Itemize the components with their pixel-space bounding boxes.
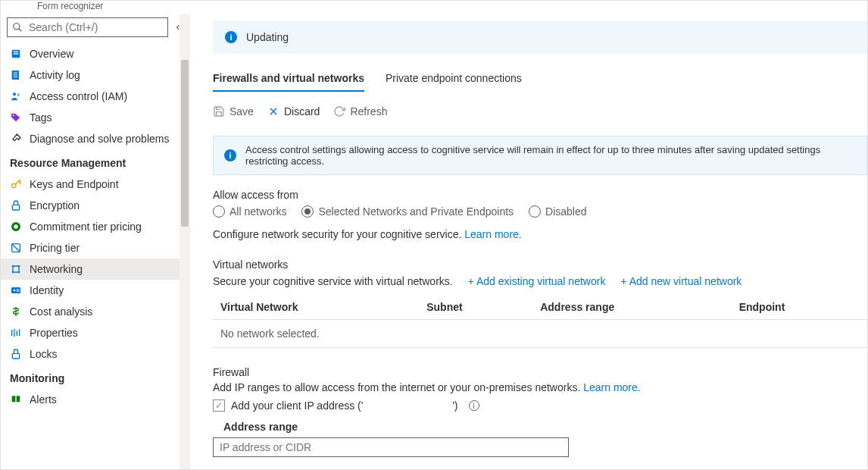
sidebar-item-cost-analysis[interactable]: Cost analysis — [1, 301, 190, 322]
sidebar-item-commitment-tier-pricing[interactable]: Commitment tier pricing — [1, 216, 190, 237]
firewall-subtitle: Add IP ranges to allow access from the i… — [213, 381, 580, 393]
add-client-ip-label: Add your client IP address (' ') — [231, 400, 458, 412]
svg-rect-13 — [12, 205, 19, 210]
tab-firewalls-and-virtual-networks[interactable]: Firewalls and virtual networks — [213, 72, 364, 92]
sidebar-item-label: Locks — [30, 348, 58, 360]
command-bar: Save Discard Refresh — [213, 105, 867, 118]
refresh-label: Refresh — [350, 105, 387, 118]
activitylog-icon — [10, 69, 22, 81]
vnet-col-endpoint: Endpoint — [732, 295, 867, 320]
svg-rect-23 — [17, 290, 20, 290]
firewall-learn-more-link[interactable]: Learn more. — [583, 381, 640, 393]
locks-icon — [10, 348, 22, 360]
keys-icon — [10, 178, 22, 190]
sidebar-item-properties[interactable]: Properties — [1, 322, 190, 343]
properties-icon — [10, 327, 22, 339]
overview-icon — [10, 48, 22, 60]
add-client-ip-checkbox[interactable]: ✓ — [213, 400, 225, 412]
updating-banner: i Updating — [213, 20, 867, 54]
radio-label: Selected Networks and Private Endpoints — [318, 205, 514, 218]
diagnose-icon — [10, 133, 22, 145]
radio-label: Disabled — [545, 205, 586, 218]
discard-button[interactable]: Discard — [267, 105, 320, 118]
save-button[interactable]: Save — [213, 105, 254, 118]
main-content: i Updating Firewalls and virtual network… — [190, 14, 867, 469]
allow-access-label: Allow access from — [213, 189, 867, 201]
sidebar-item-label: Networking — [30, 263, 83, 275]
resource-type-label: Form recognizer — [1, 1, 867, 14]
vnet-col-subnet: Subnet — [419, 295, 532, 320]
cost-icon — [10, 306, 22, 318]
sidebar-item-label: Pricing tier — [30, 242, 80, 254]
save-icon — [213, 105, 225, 118]
close-icon — [267, 105, 279, 118]
info-strip-text: Access control settings allowing access … — [245, 144, 856, 167]
svg-point-0 — [14, 24, 20, 30]
sidebar-item-label: Diagnose and solve problems — [30, 133, 169, 145]
svg-point-10 — [17, 93, 20, 96]
sidebar-item-label: Access control (IAM) — [30, 90, 127, 102]
sidebar-search[interactable] — [7, 17, 168, 37]
allow-access-radios: All networksSelected Networks and Privat… — [213, 205, 867, 218]
pricing-icon — [10, 242, 22, 254]
sidebar-item-overview[interactable]: Overview — [1, 43, 190, 64]
vnet-table: Virtual NetworkSubnetAddress rangeEndpoi… — [213, 295, 867, 348]
vnet-title: Virtual networks — [213, 258, 867, 271]
sidebar-item-label: Commitment tier pricing — [30, 221, 142, 233]
radio-dot-icon — [301, 205, 314, 218]
add-new-vnet-link[interactable]: + Add new virtual network — [620, 275, 742, 287]
sidebar-item-locks[interactable]: Locks — [1, 343, 190, 365]
radio-label: All networks — [229, 205, 286, 218]
sidebar-scrollbar-thumb[interactable] — [181, 60, 189, 227]
svg-rect-3 — [14, 52, 19, 52]
sidebar-item-keys-and-endpoint[interactable]: Keys and Endpoint — [1, 174, 190, 195]
sidebar-item-access-control-iam-[interactable]: Access control (IAM) — [1, 86, 190, 107]
tab-private-endpoint-connections[interactable]: Private endpoint connections — [386, 72, 522, 92]
configure-text: Configure network security for your cogn… — [213, 228, 461, 240]
radio-all-networks[interactable]: All networks — [213, 205, 286, 218]
search-input[interactable] — [27, 20, 163, 34]
ip-address-input[interactable] — [213, 437, 569, 457]
search-icon — [12, 22, 23, 33]
sidebar-item-identity[interactable]: Identity — [1, 280, 190, 301]
vnet-col-address-range: Address range — [532, 295, 731, 320]
svg-point-9 — [13, 92, 16, 96]
address-range-label: Address range — [223, 421, 867, 433]
info-icon: i — [225, 31, 237, 43]
radio-disabled[interactable]: Disabled — [529, 205, 586, 218]
sidebar-item-pricing-tier[interactable]: Pricing tier — [1, 237, 190, 258]
refresh-button[interactable]: Refresh — [333, 105, 387, 118]
sidebar-item-label: Identity — [30, 284, 64, 296]
sidebar-item-label: Encryption — [30, 199, 80, 212]
info-icon[interactable]: i — [469, 400, 479, 411]
banner-text: Updating — [246, 31, 289, 43]
svg-rect-21 — [11, 287, 20, 293]
svg-point-11 — [13, 114, 14, 116]
learn-more-link[interactable]: Learn more. — [464, 228, 521, 240]
sidebar-scrollbar-track[interactable] — [180, 14, 190, 469]
sidebar-item-encryption[interactable]: Encryption — [1, 195, 190, 216]
sidebar-item-alerts[interactable]: Alerts — [1, 389, 190, 410]
sidebar-item-diagnose-and-solve-problems[interactable]: Diagnose and solve problems — [1, 128, 190, 149]
identity-icon — [10, 284, 22, 296]
alerts-icon — [10, 393, 22, 406]
sidebar-group-title: Resource Management — [1, 149, 190, 174]
sidebar-item-label: Overview — [30, 48, 73, 60]
svg-line-1 — [19, 29, 22, 32]
info-icon: i — [224, 149, 236, 161]
svg-rect-4 — [14, 53, 19, 54]
sidebar-item-tags[interactable]: Tags — [1, 107, 190, 128]
svg-rect-24 — [17, 291, 20, 292]
radio-selected-networks-and-private-endpoints[interactable]: Selected Networks and Private Endpoints — [301, 205, 514, 218]
refresh-icon — [333, 105, 345, 118]
radio-dot-icon — [529, 205, 541, 218]
sidebar: OverviewActivity logAccess control (IAM)… — [1, 14, 190, 469]
iam-icon — [10, 90, 22, 102]
sidebar-item-activity-log[interactable]: Activity log — [1, 64, 190, 86]
add-existing-vnet-link[interactable]: + Add existing virtual network — [468, 275, 606, 287]
sidebar-item-networking[interactable]: Networking — [1, 258, 190, 280]
radio-dot-icon — [213, 205, 225, 218]
sidebar-item-label: Tags — [30, 111, 52, 124]
svg-point-22 — [14, 290, 16, 292]
sidebar-group-title: Monitoring — [1, 365, 190, 389]
